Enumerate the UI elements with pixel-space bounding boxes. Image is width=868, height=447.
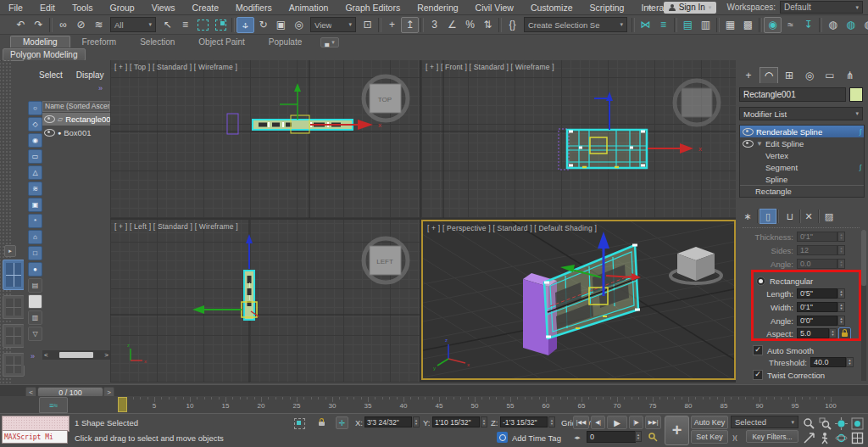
explorer-column-header[interactable]: Name (Sorted Ascend (42, 101, 110, 112)
bitmaps-filter-icon[interactable]: ▣ (28, 198, 42, 212)
x-coord-field[interactable]: 3'3 24/32" (364, 416, 412, 427)
ribbon-tab-freeform[interactable]: Freeform (70, 36, 129, 47)
viewport-perspective-label[interactable]: [ + ] [ Perspective ] [ Standard ] [ Def… (427, 224, 597, 232)
named-selection-set-dropdown[interactable]: Create Selection Se▾ (524, 17, 627, 32)
visibility-filter-icon[interactable]: ● (28, 262, 42, 277)
modifier-eye-icon[interactable] (743, 140, 754, 148)
viewport-top-canvas[interactable]: TOP x (110, 60, 420, 218)
aspect-lock-button[interactable] (838, 327, 851, 340)
quick-render-icon[interactable]: ◍ (860, 17, 868, 33)
reference-coordinate-system-dropdown[interactable]: View▾ (310, 17, 356, 32)
viewport-layout-tab-quad[interactable] (3, 260, 25, 290)
set-key-button[interactable]: Set Key (691, 430, 728, 444)
current-frame-field[interactable]: 0 (587, 431, 636, 443)
stack-row-spline[interactable]: Spline (740, 173, 864, 185)
threshold-field[interactable]: 40.0 (810, 357, 846, 367)
viewport-layout-tab-3[interactable] (3, 324, 25, 348)
object-name-field[interactable]: Rectangle001 (739, 87, 846, 102)
key-mode-dropdown[interactable]: Selected ▾ (731, 416, 798, 428)
visibility-eye-icon[interactable] (44, 129, 55, 137)
explorer-overflow-chevron[interactable]: » (98, 84, 103, 92)
menu-edit[interactable]: Edit (31, 0, 64, 14)
param-auto-smooth[interactable]: ✓ Auto Smooth (736, 344, 868, 356)
stack-row-vertex[interactable]: Vertex (740, 149, 864, 161)
undo-icon[interactable]: ↶ (12, 17, 30, 33)
redo-icon[interactable]: ↷ (30, 17, 47, 33)
object-color-swatch[interactable] (849, 87, 863, 102)
stack-row-edit-spline[interactable]: ▼ Edit Spline (740, 137, 864, 149)
ribbon-tab-populate[interactable]: Populate (257, 36, 314, 47)
x-coord-spinner[interactable]: ▲▼ (413, 416, 420, 427)
maxscript-mini-listener-white[interactable]: MAXScript Mi (2, 430, 68, 444)
viewport-left-canvas[interactable]: LEFT z x (110, 220, 420, 383)
time-playhead[interactable] (118, 397, 127, 412)
track-bar-ruler[interactable]: 5101520253035404550556065707580859095100 (119, 396, 854, 413)
visibility-eye-icon[interactable] (44, 115, 55, 123)
select-and-place-icon[interactable]: ◎ (290, 17, 308, 33)
menu-tools[interactable]: Tools (64, 0, 102, 14)
param-rectangular[interactable]: Rectangular (736, 275, 868, 287)
mini-curve-editor-button[interactable]: ≡≈ (39, 397, 68, 413)
rectangular-radio[interactable] (756, 277, 765, 286)
create-tab[interactable]: + (739, 67, 758, 83)
select-object-icon[interactable]: ↖ (159, 17, 176, 33)
viewport-left[interactable]: [ + ] [ Left ] [ Standard ] [ Wireframe … (110, 220, 420, 383)
render-production-icon[interactable]: ◍ (824, 17, 842, 33)
scroll-right-arrow[interactable]: > (104, 351, 108, 359)
key-filters-button[interactable]: Key Filters... (746, 430, 798, 443)
param-twist-correction[interactable]: ✓ Twist Correction (736, 369, 868, 381)
lights-filter-icon[interactable]: ◉ (28, 133, 42, 148)
select-and-link-icon[interactable]: ∞ (54, 17, 72, 33)
blank-swatch-icon[interactable] (28, 294, 42, 309)
remove-modifier-icon[interactable]: ✕ (800, 209, 817, 224)
utilities-tab[interactable]: ⋔ (841, 67, 860, 83)
viewport-front-canvas[interactable]: x (421, 60, 736, 218)
z-coord-spinner[interactable]: ▲▼ (548, 416, 555, 427)
space-warps-filter-icon[interactable]: ≋ (28, 182, 42, 196)
containers-filter-icon[interactable]: □ (28, 246, 42, 260)
angle-snap-icon[interactable]: ∠ (443, 17, 461, 33)
menu-overflow-chevron[interactable]: » (647, 3, 652, 12)
default-tangents-button[interactable]: )( (729, 431, 741, 443)
explorer-display-menu[interactable]: Display (76, 70, 104, 80)
select-and-manipulate-icon[interactable]: + (383, 17, 401, 33)
box001-wire[interactable] (227, 114, 238, 134)
width-spinner[interactable]: ▲▼ (837, 302, 845, 312)
unlink-selection-icon[interactable]: ⊘ (72, 17, 90, 33)
polygon-modeling-panel[interactable]: Polygon Modeling (3, 48, 86, 61)
auto-smooth-checkbox[interactable]: ✓ (753, 345, 763, 355)
aspect-field[interactable]: 5.0 (797, 328, 829, 338)
configure-modifier-sets-icon[interactable]: ▨ (821, 209, 837, 224)
viewport-layout-tab-2[interactable] (3, 295, 25, 319)
menu-create[interactable]: Create (184, 0, 228, 14)
modifier-eye-icon[interactable] (743, 128, 754, 136)
stack-row-renderable-spline[interactable]: Renderable Spline ∫ (740, 126, 864, 137)
explorer-horizontal-scrollbar[interactable]: < > (42, 350, 110, 360)
make-unique-icon[interactable]: ⊔ (782, 209, 798, 224)
ribbon-tab-modeling[interactable]: Modeling (10, 36, 70, 47)
explorer-bottom-chevron[interactable]: » (31, 352, 35, 360)
zoom-extents-all-icon[interactable] (850, 416, 865, 430)
scrollbar-thumb[interactable] (59, 352, 93, 358)
pin-stack-icon[interactable]: ∗ (739, 209, 756, 224)
viewport-perspective-canvas[interactable]: z x y (423, 221, 734, 378)
y-coord-field[interactable]: 1'10 15/32" (432, 416, 480, 427)
threshold-spinner[interactable]: ▲▼ (846, 357, 854, 367)
helpers-filter-icon[interactable]: △ (28, 165, 42, 180)
bones-filter-icon[interactable]: ⌂ (28, 230, 42, 244)
percent-snap-icon[interactable]: % (461, 17, 479, 33)
scroll-left-arrow[interactable]: < (44, 351, 48, 359)
viewport-front[interactable]: [ + ] [ Front ] [ Standard ] [ Wireframe… (421, 60, 736, 218)
show-end-result-icon[interactable]: ▯ (760, 209, 776, 224)
filter-funnel-icon[interactable]: ▽ (28, 327, 42, 341)
motion-tab[interactable]: ◎ (800, 67, 819, 83)
auto-key-button[interactable]: Auto Key (691, 416, 728, 429)
length-field[interactable]: 0'5" (797, 288, 837, 299)
viewcube-faded[interactable] (675, 81, 719, 125)
stack-row-segment[interactable]: Segment ∫ (740, 161, 864, 173)
viewport-top-label[interactable]: [ + ] [ Top ] [ Standard ] [ Wireframe ] (114, 63, 237, 71)
explorer-row-rectangle001[interactable]: ▱ Rectangle001 (42, 113, 110, 126)
menu-group[interactable]: Group (102, 0, 143, 14)
rendered-frame-window-icon[interactable]: ↧ (799, 17, 817, 33)
render-in-cloud-icon[interactable]: ◍ (842, 17, 860, 33)
